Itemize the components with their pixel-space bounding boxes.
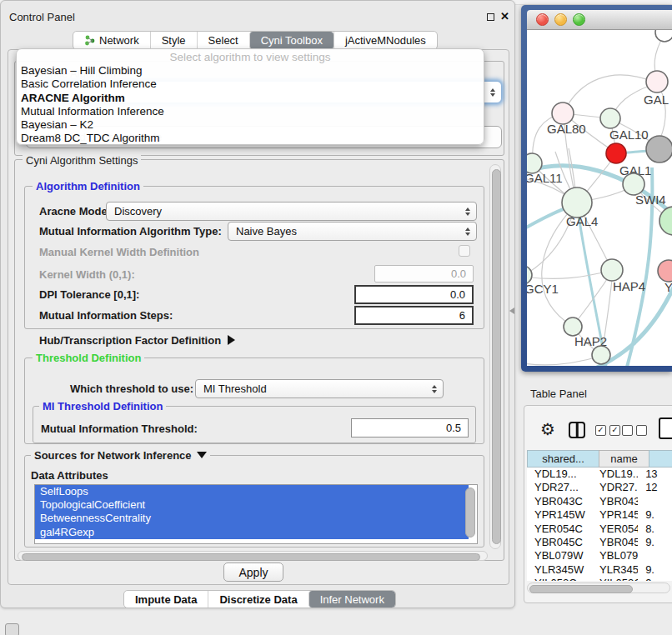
table-row[interactable]: YER054CYER054C8. [527, 522, 672, 536]
table-cell: YER054C [592, 522, 638, 536]
settings-horizontal-scrollbar[interactable] [18, 551, 488, 561]
algorithm-option[interactable]: Dream8 DC_TDC Algorithm [21, 132, 479, 145]
network-tab-icon [84, 35, 95, 46]
tab-label: Infer Network [320, 593, 384, 606]
dropdown-placeholder: Select algorithm to view settings [17, 51, 484, 63]
expand-right-icon [228, 335, 235, 345]
tab-cyni-toolbox[interactable]: Cyni Toolbox [249, 32, 333, 49]
unchecked-box-icon [622, 425, 633, 436]
settings-vertical-scrollbar[interactable] [489, 164, 501, 549]
network-node[interactable] [646, 136, 672, 162]
table-cell: YBL079W [592, 549, 638, 562]
tab-impute-data[interactable]: Impute Data [124, 591, 208, 608]
table-body: YDL19...YDL19...13YDR27...YDR27...12YBR0… [527, 468, 672, 581]
tab-label: Cyni Toolbox [261, 34, 323, 47]
data-attributes-list: SelfLoops TopologicalCoefficient Between… [34, 484, 478, 544]
mi-type-combobox[interactable]: Naive Bayes [228, 222, 477, 241]
hub-definition-label: Hub/Transcription Factor Definition [39, 334, 221, 347]
hide-columns-icon[interactable] [622, 425, 647, 436]
attribute-list-scrollbar[interactable] [465, 488, 475, 538]
sources-toggle[interactable]: Sources for Network Inference [31, 449, 210, 462]
kernel-width-field[interactable]: 0.0 [374, 265, 474, 282]
tab-discretize-data[interactable]: Discretize Data [208, 591, 308, 608]
dpi-tolerance-label: DPI Tolerance [0,1]: [39, 288, 139, 301]
network-node[interactable] [592, 346, 610, 364]
table-cell: YDR27... [527, 481, 592, 494]
table-row[interactable]: YDL19...YDL19...13 [527, 468, 672, 481]
gear-icon[interactable]: ⚙ [540, 419, 555, 439]
document-icon[interactable] [659, 418, 672, 439]
network-canvas[interactable]: GALGAL80GAL10GAL1GAL11SWI4GAL4GCY1HAP4YH… [527, 30, 672, 366]
close-traffic-light-icon[interactable] [536, 13, 549, 26]
splitter-collapse-icon[interactable] [509, 308, 514, 314]
table-cell: 9. [638, 536, 672, 549]
hub-definition-toggle[interactable]: Hub/Transcription Factor Definition [39, 334, 235, 347]
algorithm-option[interactable]: Basic Correlation Inference [21, 78, 479, 91]
show-columns-icon[interactable]: ✓ ✓ [595, 425, 620, 436]
table-cell: YPR145W [527, 508, 592, 522]
network-node[interactable] [655, 30, 672, 42]
network-node[interactable] [562, 188, 592, 218]
column-header-shared-name[interactable]: shared... [527, 450, 599, 468]
mi-steps-field[interactable]: 6 [354, 306, 474, 325]
dpi-tolerance-field[interactable]: 0.0 [354, 285, 474, 304]
network-node[interactable] [564, 318, 582, 336]
table-cell: 9. [638, 563, 672, 577]
network-node[interactable] [658, 260, 672, 282]
tab-jactivemnodules[interactable]: jActiveMNodules [333, 32, 437, 49]
tab-infer-network[interactable]: Infer Network [308, 591, 395, 608]
float-window-icon[interactable] [487, 13, 494, 21]
table-row[interactable]: YIL052CYIL052C9 [527, 577, 672, 581]
column-header-clipped[interactable] [649, 450, 672, 468]
tab-select[interactable]: Select [197, 32, 249, 49]
mi-threshold-field[interactable]: 0.5 [351, 418, 469, 438]
which-threshold-combobox[interactable]: MI Threshold [195, 379, 444, 398]
control-panel-window: Control Panel ✕ Network Style Select Cyn… [0, 0, 515, 608]
table-row[interactable]: YBR043CYBR043C [527, 495, 672, 508]
table-row[interactable]: YBL079WYBL079W [527, 549, 672, 562]
network-node[interactable] [606, 143, 626, 163]
tab-network[interactable]: Network [73, 32, 150, 49]
close-icon[interactable]: ✕ [500, 10, 509, 22]
mi-type-value: Naive Bayes [236, 225, 297, 238]
attribute-item-selected[interactable]: SelfLoops [35, 485, 469, 498]
table-row[interactable]: YDR27...YDR27...12 [527, 481, 672, 494]
column-header-name[interactable]: name [599, 450, 649, 468]
table-row[interactable]: YBR045CYBR045C9. [527, 536, 672, 549]
minimized-panel-icon[interactable] [5, 623, 19, 635]
aracne-mode-combobox[interactable]: Discovery [106, 202, 477, 221]
attribute-item-selected[interactable]: BetweennessCentrality [35, 512, 469, 525]
algorithm-option[interactable]: Bayesian – Hill Climbing [21, 64, 479, 78]
network-node[interactable] [646, 71, 668, 92]
table-cell: 9 [638, 577, 672, 581]
algorithm-option[interactable]: Bayesian – K2 [21, 118, 479, 132]
network-node[interactable] [659, 207, 672, 235]
aracne-mode-value: Discovery [114, 205, 162, 218]
network-node[interactable] [600, 108, 620, 128]
apply-button-label: Apply [238, 566, 268, 579]
collapse-down-icon [197, 452, 207, 458]
table-row[interactable]: YPR145WYPR145W9. [527, 508, 672, 522]
attribute-item-selected[interactable]: TopologicalCoefficient [35, 498, 469, 512]
combo-stepper-icon [490, 88, 495, 97]
columns-icon[interactable] [569, 422, 585, 438]
algorithm-option-highlighted[interactable]: ARACNE Algorithm [21, 92, 479, 105]
network-node[interactable] [601, 259, 623, 281]
apply-button[interactable]: Apply [223, 562, 283, 582]
zoom-traffic-light-icon[interactable] [573, 13, 585, 26]
manual-kernel-checkbox[interactable] [459, 245, 470, 257]
algorithm-option[interactable]: Mutual Information Inference [21, 105, 479, 118]
network-node-label: GAL80 [547, 122, 586, 136]
network-node-label: GAL [644, 92, 669, 107]
table-cell: YPR145W [592, 508, 638, 522]
attribute-item-selected[interactable]: gal4RGexp [35, 526, 469, 539]
table-horizontal-scrollbar[interactable] [527, 582, 670, 593]
table-row[interactable]: YLR345WYLR345W9. [527, 563, 672, 577]
network-window-titlebar[interactable] [527, 10, 672, 30]
table-cell: 13 [638, 468, 672, 481]
table-cell: 9. [638, 508, 672, 522]
tab-style[interactable]: Style [150, 32, 197, 49]
control-panel-tabbar: Network Style Select Cyni Toolbox jActiv… [73, 31, 438, 50]
kernel-width-value: 0.0 [451, 268, 466, 280]
minimize-traffic-light-icon[interactable] [554, 13, 567, 26]
